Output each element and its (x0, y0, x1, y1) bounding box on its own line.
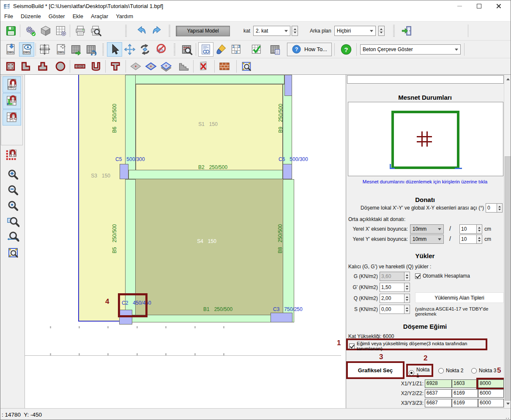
slab-s4[interactable] (127, 179, 285, 315)
snap-grid-button[interactable] (3, 109, 21, 125)
settings-button[interactable] (23, 24, 38, 38)
graphical-select-button[interactable]: Grafiksel Seç (348, 363, 403, 377)
add-dwg-button[interactable]: DWG (53, 42, 68, 57)
resize-grip[interactable] (508, 418, 509, 419)
preview-building-button[interactable] (179, 42, 194, 57)
beam-b2[interactable] (128, 170, 283, 179)
angle-spinner[interactable] (497, 203, 503, 213)
zoom-window-button[interactable] (5, 214, 21, 229)
view-dwg-button[interactable]: DWG (19, 42, 34, 57)
beam-top[interactable] (125, 75, 284, 84)
slab-button[interactable] (128, 59, 143, 74)
menu-file[interactable]: File (0, 12, 17, 21)
column-top-right[interactable] (284, 75, 292, 96)
x-spacing-spinner[interactable] (476, 224, 482, 234)
zoom-previous-button[interactable] (5, 245, 21, 260)
column-c3[interactable] (271, 313, 292, 322)
exit-button[interactable] (399, 24, 415, 38)
undo-button[interactable] (134, 24, 149, 38)
t-beam-section-button[interactable] (108, 59, 123, 74)
menu-duzenle[interactable]: Düzenle (17, 12, 45, 21)
g2-spinner[interactable] (404, 283, 410, 292)
renumber-button[interactable]: 132 (229, 42, 244, 57)
nokta-1-radio[interactable] (409, 370, 414, 376)
zoom-dynamic-button[interactable] (5, 229, 21, 244)
x3-cell[interactable]: 6687 (425, 399, 452, 407)
menu-ekle[interactable]: Ekle (69, 12, 87, 21)
menu-goster[interactable]: Göster (45, 12, 69, 21)
slab-s1[interactable] (136, 84, 283, 170)
column-c6[interactable] (283, 164, 292, 179)
y3-cell[interactable]: 6169 (452, 399, 478, 407)
x-diameter-select[interactable]: 10mm (410, 224, 444, 234)
display-options-button[interactable] (198, 42, 213, 57)
view-mode-select[interactable]: Beton Çerçeve Göster (360, 44, 461, 55)
s-spinner[interactable] (404, 305, 410, 314)
rotate-building-button[interactable] (84, 42, 99, 57)
plan-canvas[interactable]: B6250/500 B9250/500 B5250/500 B8250/500 … (25, 75, 346, 408)
minimize-button[interactable] (450, 0, 469, 11)
u-wall-section-button[interactable] (88, 59, 104, 74)
column-c5[interactable] (120, 164, 128, 179)
x-spacing-input[interactable] (459, 224, 476, 234)
circular-column-section-button[interactable] (53, 59, 68, 74)
import-dwg-button[interactable]: DWG (3, 42, 18, 57)
q-spinner[interactable] (404, 294, 410, 303)
maximize-button[interactable] (469, 0, 489, 11)
g2-input[interactable] (380, 283, 404, 292)
slab-edge-button[interactable] (143, 59, 158, 74)
grid-settings-button[interactable] (53, 24, 68, 38)
background-spinner[interactable] (378, 26, 385, 36)
scroll-down-button[interactable] (504, 401, 511, 408)
y-spacing-spinner[interactable] (476, 235, 482, 244)
snap-dwg-button[interactable]: DWG (3, 76, 21, 93)
x1-cell[interactable]: 6928 (425, 379, 452, 388)
loaded-area-types-button[interactable]: Yüklenmiş Alan Tipleri (415, 292, 504, 303)
storey-spinner[interactable] (292, 26, 298, 36)
snap-points-button[interactable] (2, 147, 20, 163)
copy-building-button[interactable] (268, 42, 283, 57)
howto-button[interactable]: ? How To... (287, 43, 332, 56)
support-hint-link[interactable]: Mesnet durumlarını düzenlemek için kiriş… (346, 179, 504, 184)
close-button[interactable] (489, 0, 508, 11)
delete-button[interactable] (153, 42, 168, 57)
g-spinner[interactable] (404, 272, 410, 281)
resize-grid-button[interactable] (37, 42, 52, 57)
angle-input[interactable] (486, 203, 497, 213)
structural-model-button[interactable]: Yapısal Model (176, 26, 230, 36)
l-column-section-button[interactable] (18, 59, 33, 74)
redo-button[interactable] (149, 24, 164, 38)
storey-select[interactable]: 2. kat (253, 26, 290, 36)
view-3d-button[interactable] (38, 24, 53, 38)
beam-b8[interactable] (283, 179, 294, 322)
infill-wall-button[interactable] (217, 59, 232, 74)
z2-cell[interactable]: 6000 (478, 389, 504, 398)
background-select[interactable]: Hiçbiri (334, 26, 376, 36)
menu-araclar[interactable]: Araçlar (87, 12, 112, 21)
menu-yardim[interactable]: Yardım (112, 12, 137, 21)
rotate-button[interactable] (137, 42, 153, 57)
y2-cell[interactable]: 6169 (452, 389, 478, 398)
rect-column-section-button[interactable] (3, 59, 18, 74)
save-button[interactable] (3, 24, 19, 38)
y-spacing-input[interactable] (459, 235, 476, 244)
zoom-region-button[interactable] (239, 59, 254, 74)
move-button[interactable] (122, 42, 137, 57)
scroll-thumb[interactable] (505, 156, 511, 401)
snap-grid-lines-button[interactable] (3, 93, 21, 109)
nokta-2-radio[interactable] (438, 368, 444, 374)
export-building-button[interactable] (68, 42, 84, 57)
zoom-out-button[interactable] (5, 183, 21, 197)
t-column-section-button[interactable] (35, 59, 50, 74)
support-diagram[interactable] (348, 102, 503, 176)
x2-cell[interactable]: 6637 (425, 389, 452, 398)
print-preview-button[interactable] (88, 24, 103, 38)
s-input[interactable] (380, 305, 404, 314)
q-input[interactable] (380, 294, 404, 303)
zoom-in-button[interactable] (5, 167, 21, 182)
y1-cell[interactable]: 1603 (452, 379, 478, 388)
y-diameter-select[interactable]: 10mm (410, 235, 444, 244)
slab-cover-button[interactable] (158, 59, 174, 74)
stairs-button[interactable] (176, 59, 191, 74)
panel-scrollbar[interactable] (504, 75, 511, 408)
